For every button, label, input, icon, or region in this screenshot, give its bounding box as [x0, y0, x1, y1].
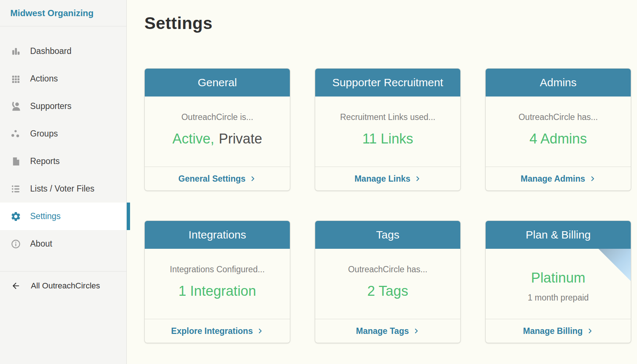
card-footer: Explore Integrations [145, 319, 290, 343]
sidebar-item-label: Reports [30, 156, 60, 166]
manage-admins-link[interactable]: Manage Admins [521, 174, 596, 184]
card-body: Platinum 1 month prepaid [486, 249, 631, 319]
card-header: Plan & Billing [486, 221, 631, 249]
card-subtext: 1 month prepaid [486, 293, 631, 303]
gear-icon [10, 211, 21, 222]
card-header: Integrations [145, 221, 290, 249]
sidebar-item-label: Supporters [30, 101, 72, 111]
person-waving-icon [10, 101, 21, 112]
manage-billing-link[interactable]: Manage Billing [523, 326, 593, 336]
list-icon [10, 183, 21, 194]
sidebar-item-dashboard[interactable]: Dashboard [0, 37, 126, 65]
general-settings-link[interactable]: General Settings [179, 174, 256, 184]
card-footer: Manage Tags [315, 319, 460, 343]
explore-integrations-link[interactable]: Explore Integrations [171, 326, 263, 336]
chevron-right-icon [249, 175, 256, 182]
card-label: OutreachCircle has... [315, 264, 460, 274]
card-footer: Manage Billing [486, 319, 631, 343]
sidebar-item-label: Actions [30, 74, 58, 84]
card-title: General [198, 76, 237, 89]
card-value: Platinum [486, 269, 631, 286]
chevron-right-icon [414, 175, 421, 182]
card-title: Integrations [188, 229, 246, 241]
arrow-left-icon [11, 281, 21, 291]
chevron-right-icon [587, 328, 593, 334]
card-value-primary: Platinum [531, 270, 586, 285]
chevron-right-icon [413, 328, 420, 334]
card-tags: Tags OutreachCircle has... 2 Tags Manage… [315, 221, 461, 343]
manage-links-link[interactable]: Manage Links [355, 174, 421, 184]
card-label: Integrations Configured... [145, 264, 290, 274]
card-body: OutreachCircle has... 2 Tags [315, 249, 460, 319]
app-window: Midwest Organizing Dashboard Actions Sup… [0, 0, 637, 364]
org-name: Midwest Organizing [0, 0, 126, 26]
card-label: OutreachCircle has... [486, 112, 631, 122]
card-link-label: Manage Billing [523, 326, 583, 336]
card-value: Active,Private [145, 130, 290, 147]
chevron-right-icon [257, 328, 263, 334]
card-value-primary: 1 Integration [179, 283, 256, 299]
card-title: Plan & Billing [526, 229, 591, 241]
card-title: Tags [376, 229, 399, 241]
sidebar-item-label: Dashboard [30, 46, 72, 56]
card-link-label: Manage Admins [521, 174, 585, 184]
card-value-primary: Active, [172, 131, 214, 146]
card-integrations: Integrations Integrations Configured... … [144, 221, 290, 343]
card-value-primary: 4 Admins [529, 131, 587, 146]
dots-cluster-icon [10, 128, 21, 139]
card-value: 4 Admins [486, 130, 631, 147]
sidebar-item-lists-voter-files[interactable]: Lists / Voter Files [0, 175, 126, 203]
sidebar-item-reports[interactable]: Reports [0, 148, 126, 175]
card-value: 11 Links [315, 130, 460, 147]
card-value: 2 Tags [315, 283, 460, 299]
sidebar-item-label: Settings [30, 211, 61, 221]
card-header: General [145, 69, 290, 97]
sidebar-item-label: Groups [30, 129, 58, 139]
card-title: Admins [540, 76, 576, 89]
sidebar-item-label: Lists / Voter Files [30, 184, 94, 194]
card-label: OutreachCircle is... [145, 112, 290, 122]
card-link-label: General Settings [179, 174, 246, 184]
card-footer: General Settings [145, 167, 290, 190]
card-title: Supporter Recruitment [332, 76, 443, 89]
manage-tags-link[interactable]: Manage Tags [356, 326, 420, 336]
card-body: Integrations Configured... 1 Integration [145, 249, 290, 319]
all-outreachcircles-link[interactable]: All OutreachCircles [0, 272, 126, 300]
sidebar-nav: Dashboard Actions Supporters Groups [0, 37, 126, 258]
back-link-label: All OutreachCircles [31, 281, 100, 291]
chevron-right-icon [589, 175, 596, 182]
card-value-primary: 2 Tags [367, 283, 408, 299]
card-header: Admins [486, 69, 631, 97]
settings-card-grid: General OutreachCircle is... Active,Priv… [144, 68, 637, 343]
card-value-primary: 11 Links [362, 131, 413, 146]
card-link-label: Manage Tags [356, 326, 409, 336]
card-admins: Admins OutreachCircle has... 4 Admins Ma… [485, 68, 631, 191]
sidebar: Midwest Organizing Dashboard Actions Sup… [0, 0, 127, 364]
card-general: General OutreachCircle is... Active,Priv… [144, 68, 290, 191]
info-icon [10, 239, 21, 250]
card-supporter-recruitment: Supporter Recruitment Recruitment Links … [315, 68, 461, 191]
card-label: Recruitment Links used... [315, 112, 460, 122]
grid-icon [10, 73, 21, 84]
document-icon [10, 156, 21, 167]
card-plan-billing: Plan & Billing Platinum 1 month prepaid … [485, 221, 631, 343]
sidebar-item-groups[interactable]: Groups [0, 120, 126, 148]
bar-chart-icon [10, 46, 21, 57]
card-value-secondary: Private [219, 131, 262, 146]
card-link-label: Manage Links [355, 174, 410, 184]
main-content: Settings General OutreachCircle is... Ac… [127, 0, 637, 364]
card-link-label: Explore Integrations [171, 326, 253, 336]
card-footer: Manage Admins [486, 167, 631, 190]
card-body: OutreachCircle has... 4 Admins [486, 97, 631, 167]
sidebar-item-settings[interactable]: Settings [0, 203, 126, 230]
card-value: 1 Integration [145, 283, 290, 299]
card-footer: Manage Links [315, 167, 460, 190]
page-title: Settings [144, 13, 637, 33]
sidebar-item-about[interactable]: About [0, 230, 126, 258]
card-body: OutreachCircle is... Active,Private [145, 97, 290, 167]
card-body: Recruitment Links used... 11 Links [315, 97, 460, 167]
sidebar-item-actions[interactable]: Actions [0, 65, 126, 92]
sidebar-item-label: About [30, 239, 52, 249]
card-header: Tags [315, 221, 460, 249]
sidebar-item-supporters[interactable]: Supporters [0, 92, 126, 120]
